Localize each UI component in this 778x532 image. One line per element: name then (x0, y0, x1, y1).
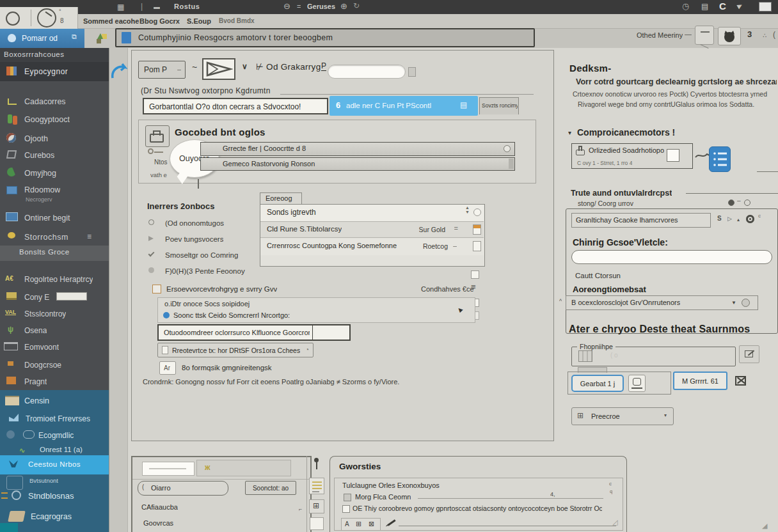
spinner-icon[interactable]: ▲▼ (465, 205, 470, 214)
small-box-icon[interactable] (471, 270, 479, 279)
dark-circle-icon[interactable] (746, 215, 754, 223)
sidebar-item[interactable]: Tromioet Frrevrses (0, 412, 109, 427)
sidebar-item[interactable]: VAL Stsslcontroy (0, 307, 109, 322)
battery-icon[interactable]: ▤ (701, 2, 708, 11)
font-chip[interactable]: Ar (159, 361, 176, 375)
panel-tab[interactable]: Eoreoog (260, 192, 302, 204)
dropdown-1[interactable]: Grrecte fler | Cooocrtte d 8 (200, 142, 515, 156)
tiny-button[interactable] (408, 67, 416, 77)
clock-icon[interactable]: ◷ (682, 1, 689, 11)
value-badge[interactable] (56, 292, 87, 301)
grid-chip-icon[interactable] (578, 350, 592, 362)
lines-button[interactable] (309, 478, 324, 494)
name-field[interactable]: ( Oiarro (138, 481, 228, 496)
list-item[interactable]: Poev tungsvocers (147, 234, 259, 246)
sidebar-item[interactable]: Doogcrsoe (0, 358, 109, 373)
s-icon[interactable]: S (717, 215, 722, 222)
combo-dropdown[interactable]: Otuodoomdreer oclorrsurco Klfluonce Goor… (157, 324, 351, 341)
sidebar-item[interactable]: A€ Rogolrteo Heraptrcy (0, 272, 109, 288)
image-x-button[interactable] (731, 373, 751, 390)
dots-icon[interactable]: ∴ (763, 32, 766, 39)
shape-button[interactable] (202, 58, 235, 80)
toolbar-input[interactable] (328, 65, 406, 79)
checkbox-icon[interactable] (342, 505, 350, 513)
sidebar-item[interactable]: ψ Osena (0, 324, 109, 339)
blue-list-button[interactable] (709, 146, 731, 172)
sidebar-item-active[interactable]: Eypocygnor (0, 62, 110, 81)
list-item[interactable]: F)0(H)(3 Pente Feoonoy (147, 266, 266, 278)
collapse-header[interactable]: Comproicanecmotors ! (577, 127, 675, 137)
menu-item[interactable]: Bbog Gocrx (139, 17, 180, 25)
sidebar-item[interactable]: Cadacorres (0, 95, 109, 110)
sidebar-item[interactable]: Ecogmdlic (0, 428, 109, 444)
sidebar-item[interactable]: Ontiner begit (0, 211, 109, 226)
radio-icon[interactable] (504, 145, 511, 152)
env-row[interactable]: B ocexclorosclojot Grv'Onrrutenors ▼ (566, 295, 758, 310)
menu-item[interactable]: S.Eoup (187, 17, 211, 25)
panel-row[interactable]: Crrenrrosc Countogpa Kong Soemefonne Roe… (260, 239, 484, 255)
list-icon[interactable]: ▬ (154, 3, 160, 10)
sidebar-item[interactable]: Pragnt (0, 375, 109, 390)
grid-button[interactable]: ⊞ (309, 499, 324, 513)
collapse-caret-icon[interactable]: ▾ (568, 129, 571, 136)
cat-button[interactable] (718, 27, 741, 45)
menu-item[interactable]: Bvod Bmdx (219, 17, 255, 24)
grant-button[interactable]: M Grrrrt. 61 (673, 372, 727, 390)
blue-arrow-icon[interactable] (110, 63, 127, 82)
circle-plus-icon[interactable]: ⊕ (340, 1, 347, 11)
resize-grip[interactable]: ◿ (612, 518, 617, 526)
plant-sprite-icon[interactable] (95, 31, 109, 45)
resize-grip[interactable]: ◢ (762, 522, 767, 530)
curved-arrow-icon[interactable]: ↻ (353, 1, 360, 10)
address-bar[interactable]: Cotumphyjinio Reosgocrs amotorv t torer … (115, 28, 535, 47)
search-input[interactable]: Gorbartontlal O?o dton cecrars a Sdvocxt… (143, 98, 328, 114)
circle-icon[interactable] (728, 199, 734, 206)
circle-outline-icon[interactable] (744, 199, 750, 206)
checkbox-icon[interactable] (152, 285, 161, 293)
scanner-button[interactable] (628, 375, 646, 392)
check1-label[interactable]: Morg Flca Ceomn (355, 493, 411, 501)
sidebar-item-selected[interactable]: Ceestou Nrbos (0, 455, 109, 474)
orange-chip-icon[interactable] (473, 224, 481, 235)
dropdown-2[interactable]: Gemeco Rastorvonig Ronson (200, 157, 515, 171)
white-square-icon[interactable] (759, 2, 772, 12)
row2-label[interactable]: Goovrcas (143, 519, 173, 527)
checkbox-icon[interactable] (667, 149, 679, 162)
file-chip-icon[interactable] (473, 241, 481, 251)
check2-label[interactable]: OE Thiy coroobrevo gomoy gpnrtosccat ots… (353, 505, 602, 512)
circle-minus-icon[interactable]: ⊖ (283, 1, 290, 11)
circle-button-icon[interactable] (742, 299, 750, 307)
inner-field[interactable]: Granltichay Gcaoke lhamcrvores (571, 213, 711, 228)
align-buttons[interactable]: A ⊞ ⊠ (341, 518, 381, 531)
sidebar-item[interactable]: Curebos (0, 148, 109, 164)
text-input[interactable] (571, 250, 772, 264)
list-item[interactable]: Smoseltgr oo Comring (147, 250, 259, 262)
mini-input[interactable] (142, 462, 194, 476)
sidebar-item[interactable]: Stndblosnas (0, 489, 109, 505)
grid-icon[interactable]: ▦ (117, 3, 124, 12)
blank-button[interactable] (310, 517, 324, 530)
down-arrow-icon[interactable]: ▼ (731, 300, 736, 306)
row1-label[interactable]: CAfiaaucba (141, 503, 178, 511)
panel-row[interactable]: Sonds igtrevth ▲▼ (260, 205, 484, 221)
icon-slot[interactable]: ж (196, 460, 291, 476)
sanction-button[interactable]: Soonctot: ao (245, 481, 296, 495)
panel-row[interactable]: Cld Rune S.Tibtolarcsy Sur Gold = (260, 221, 484, 238)
sidebar-item[interactable]: Cony E (0, 290, 109, 306)
small-button[interactable] (695, 26, 714, 45)
pin-icon[interactable] (314, 458, 319, 462)
app-button[interactable]: Pomarr od ⧉ (0, 29, 84, 48)
sidebar-item[interactable]: Omyjhog (0, 166, 109, 182)
window-restore-icon[interactable]: ⧉ (72, 33, 77, 41)
reset-button[interactable]: Rreotevrtce tx: hor DRtSF Ors1ora Cchees… (157, 343, 314, 357)
sidebar-item[interactable]: Storrochsm ≡ (0, 230, 109, 246)
play-icon[interactable]: ▷ (727, 215, 732, 222)
hamburger-icon[interactable]: ≡ (87, 232, 91, 241)
caret-down-icon[interactable]: ∨ (242, 62, 248, 71)
font-select[interactable]: Pom P – (138, 61, 186, 79)
field-box[interactable]: Orlizedied Soadrhotiopos C ovy 1 - Strre… (571, 143, 693, 169)
sidebar-item[interactable]: Rdoomow Necrogerv (0, 184, 109, 208)
gearbat-button[interactable]: Gearbat 1 j (571, 375, 624, 392)
gray-tab[interactable]: Sovzts roncimys (479, 97, 519, 114)
sidebar-item[interactable]: Eomvoont (0, 340, 109, 356)
